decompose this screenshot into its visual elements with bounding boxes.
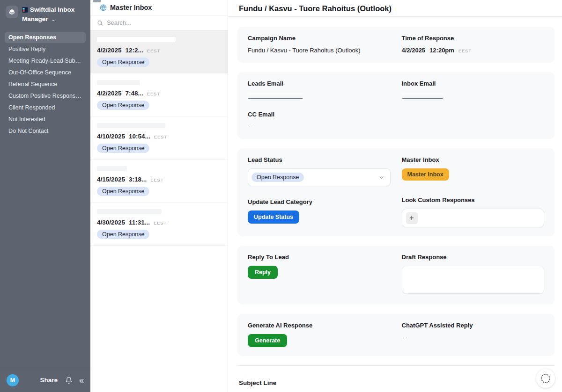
status-badge: Open Response [97,58,149,67]
lead-timezone: EEST [154,134,167,139]
page-title: Fundu / Kasvu - Tuore Rahoitus (Outlook) [228,0,562,16]
status-badge: Open Response [97,187,149,196]
loading-spinner [536,369,555,388]
lead-timezone: EEST [147,48,160,53]
master-inbox-label: Master Inbox [402,156,545,163]
workspace-title-line2: Manager [22,15,48,22]
redacted-lead-name [97,80,140,85]
cc-email-label: CC Email [248,111,391,118]
lead-list-item[interactable]: 4/10/202510:54...EEST Open Response [90,116,228,160]
custom-responses-field[interactable]: + [402,209,545,227]
campaign-name-label: Campaign Name [248,35,391,42]
lead-date: 4/2/2025 [97,47,122,54]
reply-card: Reply To Lead Reply Draft Response [237,246,555,305]
leads-email-label: Leads Email [248,80,391,87]
sidebar-item-positive-reply[interactable]: Positive Reply [5,44,86,55]
inbox-email-label: Inbox Email [402,80,545,87]
sidebar-item-open-responses[interactable]: Open Responses [5,32,86,43]
response-time: 12:20pm [429,47,454,54]
sidebar-item-client-responded[interactable]: Client Responded [5,102,86,113]
sidebar-footer: M Share « [0,368,90,392]
redacted-lead-name [97,37,176,42]
lead-status-select[interactable]: Open Response [248,168,391,186]
sidebar-item-custom-positive-response[interactable]: Custom Positive Response (... [5,90,86,102]
lead-time: 12:2... [126,47,143,54]
ai-response-card: Generate AI Response Generate ChatGPT As… [237,314,555,356]
app-window: Swiftdial Inbox Manager ⌄ Open Responses… [0,0,562,392]
lead-date: 4/2/2025 [97,90,122,97]
chevron-down-icon: ⌄ [51,16,55,22]
lead-timezone: EEST [154,220,167,225]
search-bar[interactable] [90,15,228,30]
lead-list-item[interactable]: 4/2/202512:2...EEST Open Response [90,30,228,73]
time-of-response-label: Time of Response [402,35,545,42]
lead-timezone: EEST [147,91,160,96]
record-detail-panel: Fundu / Kasvu - Tuore Rahoitus (Outlook)… [228,0,562,392]
panel-resize-handle[interactable] [93,0,101,2]
status-badge: Open Response [97,230,149,239]
sidebar-item-do-not-contact[interactable]: Do Not Contact [5,125,86,137]
sidebar-item-out-of-office[interactable]: Out-Of-Office Sequence [5,67,86,78]
share-button[interactable]: Share [40,377,58,384]
lead-status-value-badge: Open Response [251,173,304,182]
notifications-bell-icon[interactable] [65,377,73,384]
response-date: 4/2/2025 [402,47,426,54]
update-status-button[interactable]: Update Status [248,211,299,224]
lead-time: 3:18... [129,176,147,183]
sidebar-item-referral-sequence[interactable]: Referral Sequence [5,79,86,90]
inbox-header: Master Inbox [90,0,228,15]
workspace-switcher[interactable]: Swiftdial Inbox Manager ⌄ [0,0,90,28]
add-custom-response-button[interactable]: + [406,212,418,224]
chatgpt-assisted-reply-label: ChatGPT Assisted Reply [402,322,545,329]
status-card: Lead Status Open Response Master Inbox M… [237,148,555,236]
origami-logo-icon [8,8,16,16]
lead-time: 11:31... [129,219,150,226]
reply-button[interactable]: Reply [248,266,278,279]
sidebar-nav: Open Responses Positive Reply Meeting-Re… [0,28,90,137]
lead-list: 4/2/202512:2...EEST Open Response 4/2/20… [90,30,228,246]
lead-time: 10:54... [129,133,150,140]
lead-date: 4/15/2025 [97,176,125,183]
inbox-title[interactable]: Master Inbox [110,4,152,11]
response-timezone: EEST [458,48,472,53]
master-inbox-button[interactable]: Master Inbox [402,168,449,181]
look-custom-responses-label: Look Custom Responses [402,196,545,203]
campaign-name-value: Fundu / Kasvu - Tuore Rahoitus (Outlook) [248,47,391,54]
lead-date: 4/10/2025 [97,133,125,140]
chevron-down-icon [378,174,385,181]
lead-list-panel: Master Inbox 4/2/202512:2...EEST Open Re… [90,0,228,392]
draft-response-label: Draft Response [402,254,545,261]
lead-status-label: Lead Status [248,156,391,163]
workspace-title[interactable]: Swiftdial Inbox Manager ⌄ [22,6,74,23]
lead-time: 7:48... [126,90,143,97]
app-logo-icon[interactable] [6,6,18,18]
globe-icon [100,4,107,11]
inbox-email-link[interactable] [402,93,443,99]
sidebar-item-not-interested[interactable]: Not Interested [5,114,86,125]
search-input[interactable] [107,19,221,26]
spinner-icon [541,374,550,383]
sidebar: Swiftdial Inbox Manager ⌄ Open Responses… [0,0,90,392]
redacted-lead-name [97,166,127,171]
collapse-sidebar-icon[interactable]: « [79,376,84,385]
redacted-lead-name [97,123,165,128]
status-badge: Open Response [97,144,149,153]
cc-email-value: – [248,123,391,130]
lead-list-item[interactable]: 4/15/20253:18...EEST Open Response [90,160,228,203]
email-thread-section: Subject Line RE: Fiberwood rahoitus Busi… [237,366,555,392]
chatgpt-assisted-reply-value: – [402,334,545,341]
generate-ai-response-label: Generate AI Response [248,322,391,329]
status-badge: Open Response [97,101,149,110]
workspace-icon [22,7,28,15]
reply-to-lead-label: Reply To Lead [248,254,391,261]
lead-timezone: EEST [150,177,163,182]
generate-button[interactable]: Generate [248,334,287,347]
subject-line-label: Subject Line [239,379,555,386]
sidebar-item-meeting-ready-lead[interactable]: Meeting-Ready-Lead Submi... [5,55,86,66]
user-avatar[interactable]: M [7,374,19,386]
lead-date: 4/30/2025 [97,219,125,226]
leads-email-link[interactable] [248,93,303,99]
lead-list-item[interactable]: 4/2/20257:48...EEST Open Response [90,73,228,116]
lead-list-item[interactable]: 4/30/202511:31...EEST Open Response [90,203,228,246]
draft-response-textarea[interactable] [402,266,545,294]
